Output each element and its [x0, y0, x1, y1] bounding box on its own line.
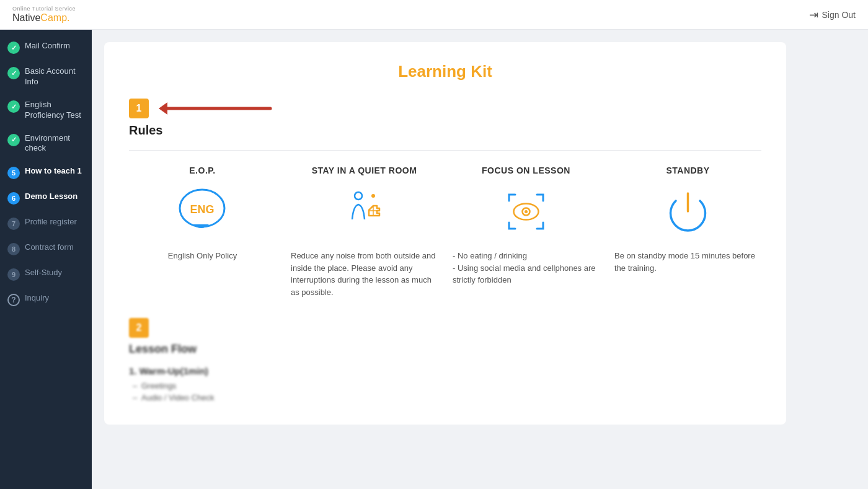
logo-subtitle: Online Tutorial Service — [12, 6, 76, 12]
arrow-right-icon — [159, 101, 283, 116]
svg-marker-1 — [159, 102, 167, 115]
svg-point-4 — [355, 192, 362, 200]
standby-icon — [657, 180, 719, 242]
rule-focus: FOCUS ON LESSON — [453, 165, 600, 298]
section2-badge: 2 — [129, 318, 149, 338]
warmup-item-1: Greetings — [129, 381, 761, 390]
sidebar-label: Demo Lesson — [25, 192, 78, 202]
sidebar-label: Contract form — [25, 242, 74, 253]
step-indicator: ✓ — [7, 100, 20, 113]
sidebar-label: Mail Confirm — [25, 41, 70, 51]
sidebar-item-inquiry[interactable]: ? Inquiry — [0, 287, 92, 312]
sidebar-item-basic-account[interactable]: ✓ Basic Account Info — [0, 60, 92, 94]
step-indicator: 7 — [7, 218, 20, 230]
sidebar-item-mail-confirm[interactable]: ✓ Mail Confirm — [0, 35, 92, 60]
sign-out-label: Sign Out — [822, 10, 856, 20]
rule-standby-label: STANDBY — [666, 165, 709, 175]
logo-camp: Camp. — [40, 12, 69, 23]
section1-title: Rules — [129, 123, 761, 138]
step-indicator: 6 — [7, 192, 20, 205]
rule-eop: E.O.P. ENG English Only Policy — [129, 165, 276, 298]
warmup-title: 1. Warm-Up(1min) — [129, 366, 761, 376]
header: Online Tutorial Service NativeCamp. ⇥ Si… — [0, 0, 868, 30]
sidebar-label: English Proficiency Test — [25, 100, 84, 121]
sidebar-item-contract-form[interactable]: 8 Contract form — [0, 236, 92, 262]
warmup-item-2: Audio / Video Check — [129, 393, 761, 402]
rule-quiet-label: STAY IN A QUIET ROOM — [312, 165, 417, 175]
step-indicator: ✓ — [7, 134, 20, 146]
sidebar-item-english-proficiency[interactable]: ✓ English Proficiency Test — [0, 94, 92, 127]
rule-focus-desc: - No eating / drinking- Using social med… — [453, 250, 600, 286]
rule-quiet-desc: Reduce any noise from both outside and i… — [291, 250, 438, 298]
rule-standby: STANDBY Be on standby mode 15 minutes be… — [614, 165, 761, 298]
section2-badge-row: 2 — [129, 318, 761, 338]
sidebar-label: Basic Account Info — [25, 66, 84, 87]
sign-out-icon: ⇥ — [809, 8, 818, 22]
step-indicator: ✓ — [7, 67, 20, 79]
logo-native: Native — [12, 12, 40, 23]
svg-text:ENG: ENG — [190, 203, 214, 216]
main-layout: ✓ Mail Confirm ✓ Basic Account Info ✓ En… — [0, 30, 868, 489]
sidebar-item-how-to-teach[interactable]: 5 How to teach 1 — [0, 160, 92, 185]
sidebar-item-self-study[interactable]: 9 Self-Study — [0, 262, 92, 287]
rule-focus-label: FOCUS ON LESSON — [482, 165, 570, 175]
step-indicator: ✓ — [7, 42, 20, 54]
rule-standby-desc: Be on standby mode 15 minutes before the… — [614, 250, 761, 274]
step-indicator: 5 — [7, 167, 20, 179]
logo: Online Tutorial Service NativeCamp. — [12, 6, 76, 23]
section1-badge-row: 1 — [129, 99, 761, 118]
rule-quiet-room: STAY IN A QUIET ROOM — [291, 165, 438, 298]
logo-wordmark: NativeCamp. — [12, 12, 76, 24]
sidebar-item-profile-register[interactable]: 7 Profile register — [0, 211, 92, 236]
step-indicator: 8 — [7, 243, 20, 255]
quiet-room-icon — [334, 180, 396, 242]
focus-icon — [495, 180, 557, 242]
section2-title: Lesson Flow — [129, 343, 761, 356]
svg-point-5 — [371, 194, 375, 198]
step-indicator: 9 — [7, 268, 20, 281]
svg-point-10 — [525, 210, 528, 213]
rule-eop-label: E.O.P. — [189, 165, 215, 175]
rules-grid: E.O.P. ENG English Only Policy STAY IN A… — [129, 165, 761, 298]
sidebar-label: Profile register — [25, 217, 77, 227]
sidebar-item-demo-lesson[interactable]: 6 Demo Lesson — [0, 185, 92, 211]
sign-out-button[interactable]: ⇥ Sign Out — [809, 8, 856, 22]
section1-badge: 1 — [129, 99, 149, 118]
sidebar-label: Environment check — [25, 133, 84, 154]
main-content: Learning Kit 1 Rules E.O.P. — [92, 30, 868, 489]
sidebar: ✓ Mail Confirm ✓ Basic Account Info ✓ En… — [0, 30, 92, 489]
content-card: Learning Kit 1 Rules E.O.P. — [104, 42, 786, 425]
sidebar-item-environment-check[interactable]: ✓ Environment check — [0, 127, 92, 161]
eop-icon: ENG — [172, 180, 234, 242]
rule-eop-desc: English Only Policy — [168, 250, 237, 262]
sidebar-label: How to teach 1 — [25, 166, 82, 177]
step-indicator: ? — [7, 294, 20, 306]
section-divider — [129, 150, 761, 151]
sidebar-label: Inquiry — [25, 293, 49, 304]
page-title: Learning Kit — [129, 62, 761, 81]
sidebar-label: Self-Study — [25, 268, 62, 278]
